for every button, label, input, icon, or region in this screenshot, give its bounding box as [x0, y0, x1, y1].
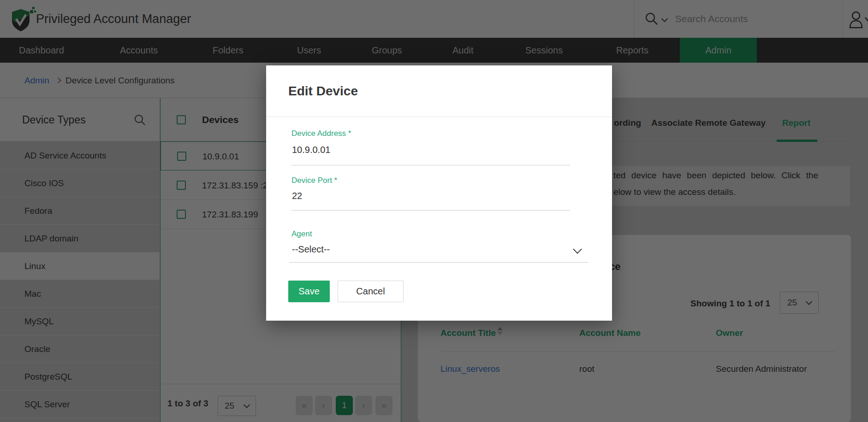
- device-port-label: Device Port *: [291, 176, 337, 185]
- field-underline: [289, 262, 588, 263]
- modal-header-separator: [266, 117, 612, 117]
- field-underline: [291, 165, 570, 165]
- edit-device-modal: Edit Device Device Address * 10.9.0.01 D…: [266, 65, 612, 321]
- field-underline: [291, 210, 570, 211]
- agent-chevron-down-icon[interactable]: [574, 246, 584, 256]
- device-address-label: Device Address *: [291, 129, 351, 138]
- agent-select[interactable]: --Select--: [292, 244, 330, 255]
- modal-title: Edit Device: [288, 78, 358, 104]
- save-button[interactable]: Save: [288, 281, 330, 302]
- device-port-field[interactable]: 22: [292, 191, 302, 201]
- agent-label: Agent: [291, 229, 312, 239]
- cancel-button[interactable]: Cancel: [338, 281, 404, 302]
- privileged-account-manager-screen: Privileged Account Manager Search Accoun…: [0, 0, 868, 422]
- device-address-field[interactable]: 10.9.0.01: [292, 145, 330, 155]
